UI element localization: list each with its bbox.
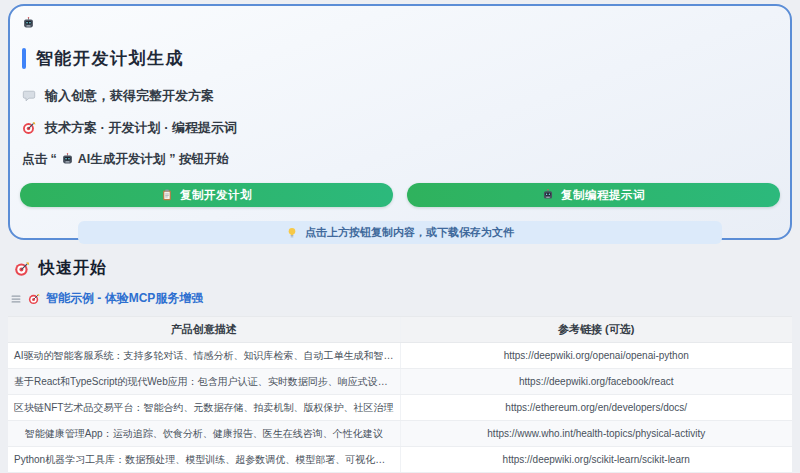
robot-icon [61,153,74,166]
smart-examples-label: 智能示例 - 体验MCP服务增强 [46,290,203,307]
robot-icon [542,189,554,201]
idea-description: 智能健康管理App：运动追踪、饮食分析、健康报告、医生在线咨询、个性化建议 [8,421,400,447]
dev-plan-card: 智能开发计划生成 输入创意，获得完整开发方案 技术方案 · 开发计划 · 编程提… [8,4,792,240]
idea-description: AI驱动的智能客服系统：支持多轮对话、情感分析、知识库检索、自动工单生成和智能回… [8,343,400,369]
copy-prompt-button[interactable]: 复制编程提示词 [407,183,780,207]
tip-text: 点击上方按钮复制内容，或下载保存为文件 [305,225,514,240]
reference-link: https://deepwiki.org/facebook/react [400,369,792,395]
quick-start-section: 快速开始 智能示例 - 体验MCP服务增强 产品创意描述 参考链接 (可选) A… [8,258,792,473]
feature-line-deliverables: 技术方案 · 开发计划 · 编程提示词 [22,119,790,137]
instruction-prefix: 点击 “ [22,151,57,168]
table-row: Python机器学习工具库：数据预处理、模型训练、超参数调优、模型部署、可视化分… [8,447,792,473]
feature-text: 技术方案 · 开发计划 · 编程提示词 [45,119,237,137]
copy-dev-plan-button[interactable]: 复制开发计划 [20,183,393,207]
examples-table: 产品创意描述 参考链接 (可选) AI驱动的智能客服系统：支持多轮对话、情感分析… [8,316,792,473]
button-row: 复制开发计划 复制编程提示词 [20,183,780,207]
instruction-button-name: AI生成开发计划 [78,151,166,168]
table-row: 区块链NFT艺术品交易平台：智能合约、元数据存储、拍卖机制、版权保护、社区治理 … [8,395,792,421]
column-header-link: 参考链接 (可选) [400,317,792,343]
table-row: 基于React和TypeScript的现代Web应用：包含用户认证、实时数据同步… [8,369,792,395]
copy-prompt-label: 复制编程提示词 [561,188,645,203]
feature-text: 输入创意，获得完整开发方案 [45,87,214,105]
reference-link: https://www.who.int/health-topics/physic… [400,421,792,447]
table-row: AI驱动的智能客服系统：支持多轮对话、情感分析、知识库检索、自动工单生成和智能回… [8,343,792,369]
target-icon [28,293,40,305]
lightbulb-icon [286,227,298,239]
instruction-suffix: ” 按钮开始 [169,151,229,168]
title-row: 智能开发计划生成 [22,47,790,70]
card-corner [22,16,790,34]
quick-start-heading: 快速开始 [14,258,792,279]
quick-start-title: 快速开始 [39,258,107,279]
idea-description: 区块链NFT艺术品交易平台：智能合约、元数据存储、拍卖机制、版权保护、社区治理 [8,395,400,421]
reference-link: https://deepwiki.org/scikit-learn/scikit… [400,447,792,473]
robot-icon [22,17,35,30]
table-header-row: 产品创意描述 参考链接 (可选) [8,317,792,343]
clipboard-icon [161,189,173,201]
column-header-description: 产品创意描述 [8,317,400,343]
speech-bubble-icon [22,89,36,103]
feature-line-input-idea: 输入创意，获得完整开发方案 [22,87,790,105]
copy-dev-plan-label: 复制开发计划 [180,188,252,203]
list-icon [10,293,22,305]
idea-description: Python机器学习工具库：数据预处理、模型训练、超参数调优、模型部署、可视化分… [8,447,400,473]
target-icon [22,121,36,135]
reference-link: https://ethereum.org/en/developers/docs/ [400,395,792,421]
idea-description: 基于React和TypeScript的现代Web应用：包含用户认证、实时数据同步… [8,369,400,395]
instruction-line: 点击 “ AI生成开发计划 ” 按钮开始 [22,151,790,168]
target-icon [14,261,30,277]
page-title: 智能开发计划生成 [36,47,184,70]
tip-banner: 点击上方按钮复制内容，或下载保存为文件 [78,221,722,244]
title-accent-bar [22,48,26,69]
smart-examples-link[interactable]: 智能示例 - 体验MCP服务增强 [10,290,792,307]
reference-link: https://deepwiki.org/openai/openai-pytho… [400,343,792,369]
table-row: 智能健康管理App：运动追踪、饮食分析、健康报告、医生在线咨询、个性化建议 ht… [8,421,792,447]
